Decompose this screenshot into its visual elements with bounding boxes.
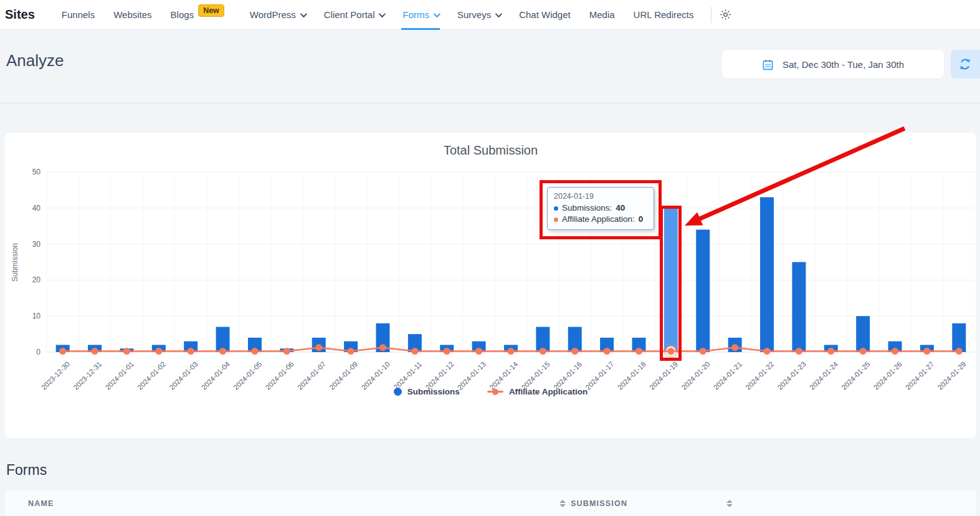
nav-item-websites[interactable]: Websites [113, 0, 151, 30]
tooltip-date: 2024-01-19 [554, 192, 647, 201]
column-label: NAME [28, 499, 54, 508]
chart-tooltip: 2024-01-19 Submissions: 40 Affiliate App… [547, 187, 654, 230]
total-submission-chart[interactable]: 010203040502023-12-302023-12-312024-01-0… [5, 159, 975, 408]
submissions-swatch-icon [394, 388, 402, 396]
new-badge: New [198, 4, 224, 17]
chevron-down-icon [495, 10, 502, 17]
nav-item-surveys[interactable]: Surveys [457, 0, 500, 30]
analyze-header-band: Analyze Sat, Dec 30th - Tue, Jan 30th [0, 31, 980, 103]
total-submission-card: Total Submission 010203040502023-12-3020… [5, 133, 976, 438]
nav-label: WordPress [250, 9, 296, 20]
sort-icon[interactable] [559, 500, 566, 507]
nav-label: Funnels [62, 9, 95, 20]
sort-icon[interactable] [726, 500, 733, 507]
chevron-down-icon [434, 10, 440, 17]
refresh-button[interactable] [951, 50, 980, 79]
forms-section-title: Forms [6, 462, 47, 479]
nav-item-wordpress[interactable]: WordPress [250, 0, 305, 30]
nav-item-funnels[interactable]: Funnels [62, 0, 95, 30]
chevron-down-icon [379, 10, 386, 17]
nav-label: Chat Widget [519, 9, 571, 20]
refresh-icon [958, 57, 972, 71]
affiliate-swatch-icon [487, 391, 503, 393]
column-header-name[interactable]: NAME [5, 499, 566, 508]
nav-divider [711, 7, 711, 23]
column-header-submission[interactable]: SUBMISSION [566, 499, 733, 508]
legend-item-submissions[interactable]: Submissions [394, 387, 460, 396]
tooltip-row-submissions: Submissions: 40 [554, 203, 647, 214]
nav-label: Forms [402, 9, 429, 20]
legend-label: Affiliate Application [509, 387, 588, 396]
svg-text:30: 30 [32, 240, 41, 249]
nav-item-forms[interactable]: Forms [402, 0, 439, 30]
svg-text:0: 0 [36, 348, 40, 356]
svg-text:10: 10 [32, 312, 41, 320]
legend-item-affiliate[interactable]: Affiliate Application [487, 387, 588, 396]
date-range-picker[interactable]: Sat, Dec 30th - Tue, Jan 30th [722, 50, 944, 79]
svg-text:50: 50 [32, 168, 41, 176]
chevron-down-icon [300, 10, 307, 17]
tooltip-label: Submissions: [562, 203, 612, 214]
chart-title: Total Submission [5, 133, 976, 158]
calendar-icon [762, 59, 774, 70]
nav-label: Media [589, 9, 615, 20]
brand-sites: Sites [5, 7, 35, 22]
orange-dot-icon [554, 217, 558, 222]
nav-label: Surveys [457, 9, 491, 20]
nav-label: Blogs [171, 9, 194, 20]
column-label: SUBMISSION [571, 499, 627, 508]
tooltip-value: 0 [639, 214, 644, 225]
nav-label: Websites [113, 9, 151, 20]
nav-item-chat-widget[interactable]: Chat Widget [519, 0, 571, 30]
nav-label: URL Redirects [634, 9, 694, 20]
legend-label: Submissions [407, 387, 460, 396]
page-title: Analyze [6, 51, 64, 70]
tooltip-label: Affiliate Application: [562, 214, 635, 225]
tooltip-row-affiliate: Affiliate Application: 0 [554, 214, 647, 225]
tooltip-value: 40 [616, 203, 625, 214]
nav-item-client-portal[interactable]: Client Portal [324, 0, 384, 30]
blue-dot-icon [554, 206, 558, 211]
nav-label: Client Portal [324, 9, 375, 20]
gear-icon[interactable] [719, 8, 732, 21]
svg-text:40: 40 [32, 204, 41, 213]
chart-legend: Submissions Affiliate Application [5, 387, 976, 396]
top-navbar: Sites Funnels Websites Blogs New WordPre… [0, 0, 980, 30]
forms-table-header: NAME SUBMISSION [5, 490, 976, 516]
nav-item-url-redirects[interactable]: URL Redirects [634, 0, 694, 30]
nav-item-media[interactable]: Media [589, 0, 615, 30]
svg-text:Submission: Submission [11, 243, 19, 282]
svg-text:2024-01-11: 2024-01-11 [392, 360, 423, 391]
date-range-label: Sat, Dec 30th - Tue, Jan 30th [783, 59, 904, 70]
nav-item-blogs[interactable]: Blogs New [171, 0, 224, 30]
svg-text:20: 20 [32, 275, 41, 284]
